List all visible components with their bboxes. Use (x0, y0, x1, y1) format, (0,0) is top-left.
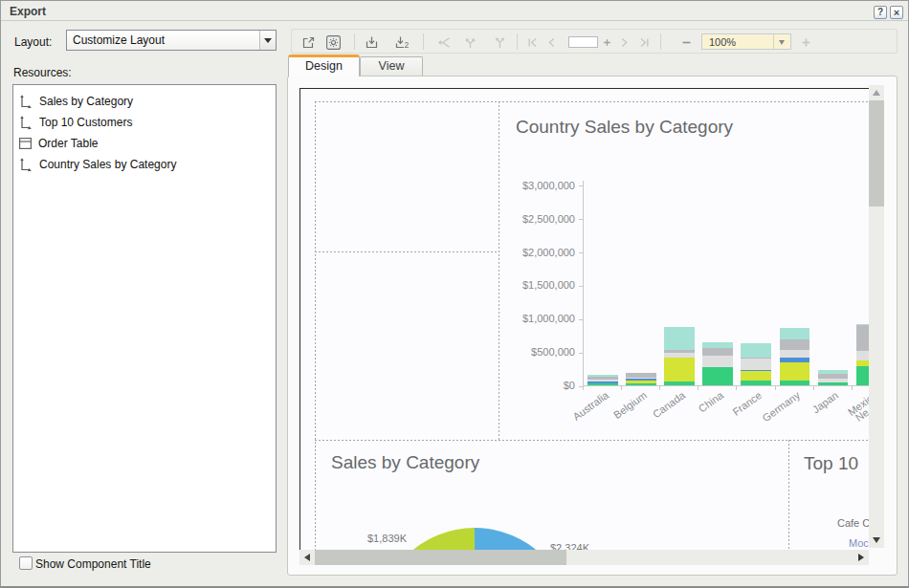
stacked-bar (702, 342, 733, 386)
x-axis-tick (583, 386, 584, 390)
merge-icon (436, 34, 453, 51)
add-page-button[interactable] (597, 33, 616, 52)
chart-icon (18, 157, 33, 173)
layout-grid-line (315, 440, 869, 441)
horizontal-scrollbar-thumb[interactable] (315, 550, 566, 565)
layout-select[interactable]: Customize Layout (66, 30, 277, 51)
y-axis-tick-label: $2,500,000 (441, 213, 575, 225)
report-page-viewport[interactable]: Country Sales by Category $0$500,000$1,0… (288, 76, 869, 550)
horizontal-scrollbar[interactable] (299, 550, 869, 565)
first-page-icon (524, 34, 541, 51)
show-component-title-checkbox[interactable] (19, 556, 33, 570)
split-up-button[interactable] (460, 33, 479, 52)
y-axis-line (583, 181, 584, 386)
prev-page-button[interactable] (542, 33, 561, 52)
settings-icon (325, 34, 342, 51)
chevron-down-icon (779, 40, 785, 45)
resource-item-label: Country Sales by Category (39, 158, 176, 171)
settings-button[interactable] (323, 33, 343, 52)
export-dialog: Export ? × Layout: Customize Layout Reso… (0, 0, 909, 588)
bar-segment (664, 327, 695, 350)
vertical-scrollbar[interactable] (869, 85, 884, 548)
zoom-in-button[interactable] (796, 33, 815, 52)
x-axis-tick (621, 386, 622, 390)
fork-icon (492, 34, 508, 51)
resource-item[interactable]: Order Table (14, 133, 273, 154)
page-number-input[interactable] (568, 36, 598, 48)
bar-segment (856, 366, 869, 386)
pie-slice-label: $2,324K (550, 542, 589, 550)
layout-grid-line (315, 101, 869, 102)
y-axis-tick-label: $500,000 (441, 346, 575, 358)
merge-button[interactable] (434, 33, 454, 52)
zoom-select-arrow-button[interactable] (773, 34, 790, 49)
layout-label: Layout: (14, 35, 52, 49)
y-axis-tick-label: $3,000,000 (441, 180, 575, 191)
y-axis-tick-label: $2,000,000 (441, 247, 575, 258)
resource-item-label: Sales by Category (39, 95, 133, 108)
bar-segment (702, 356, 733, 367)
bar-segment (780, 328, 810, 340)
bar-segment (741, 381, 771, 386)
scroll-right-icon[interactable] (858, 554, 864, 561)
bar-segment (741, 343, 771, 358)
split-up-icon (462, 34, 478, 51)
stacked-bar (856, 324, 869, 385)
download-all-icon: 2 (394, 34, 410, 51)
resource-item[interactable]: Top 10 Customers (14, 112, 273, 133)
top10-label: Cafe C (837, 517, 869, 529)
export-button[interactable] (299, 33, 318, 52)
bar-segment (664, 381, 695, 385)
toolbar-separator (660, 33, 661, 50)
download-icon (364, 34, 380, 51)
scroll-down-icon[interactable] (873, 537, 880, 543)
scroll-up-icon[interactable] (873, 90, 880, 96)
layout-grid-line (315, 101, 316, 550)
bar-segment (626, 383, 656, 385)
last-page-button[interactable] (634, 33, 654, 52)
tab-design[interactable]: Design (288, 54, 360, 76)
last-page-icon (636, 34, 653, 51)
download-all-button[interactable]: 2 (392, 33, 411, 52)
close-button[interactable]: × (890, 6, 903, 19)
x-axis-tick (775, 386, 776, 390)
svg-text:2: 2 (404, 40, 409, 50)
bar-segment (702, 367, 733, 385)
download-button[interactable] (362, 33, 381, 52)
top10-chart-title: Top 10 (804, 453, 858, 474)
dialog-titlebar: Export ? × (1, 1, 908, 21)
resource-item[interactable]: Country Sales by Category (14, 154, 273, 175)
table-icon (18, 137, 33, 150)
chart-icon (18, 94, 33, 110)
zoom-out-icon (678, 34, 695, 51)
bar-segment (780, 362, 810, 381)
vertical-scrollbar-thumb[interactable] (869, 100, 884, 207)
bar-segment (664, 358, 695, 382)
x-axis-tick (736, 386, 737, 390)
next-page-button[interactable] (614, 33, 633, 52)
scroll-left-icon[interactable] (304, 554, 310, 561)
bar-segment (818, 382, 849, 386)
resource-item[interactable]: Sales by Category (14, 91, 273, 112)
fork-button[interactable] (490, 33, 509, 52)
pie-slice-label: $1,839K (367, 533, 407, 544)
resources-listbox[interactable]: Sales by CategoryTop 10 CustomersOrder T… (12, 84, 277, 553)
toolbar-separator (517, 33, 518, 50)
layout-select-arrow-button[interactable] (259, 31, 276, 50)
export-icon (300, 34, 317, 51)
dialog-title: Export (10, 5, 46, 18)
zoom-out-button[interactable] (676, 33, 696, 52)
pie-chart-title: Sales by Category (331, 452, 479, 473)
stacked-bar (818, 370, 849, 386)
bar-segment (702, 348, 733, 355)
report-page (299, 88, 869, 550)
zoom-level-select[interactable]: 100% (701, 33, 791, 50)
resources-label: Resources: (13, 66, 72, 79)
resource-item-label: Order Table (38, 137, 98, 150)
x-axis-tick (813, 386, 814, 390)
first-page-button[interactable] (522, 33, 542, 52)
tab-view[interactable]: View (360, 56, 423, 76)
help-button[interactable]: ? (874, 6, 887, 19)
stacked-bar (588, 375, 618, 385)
viewer-toolbar: 2 100% (291, 29, 898, 54)
